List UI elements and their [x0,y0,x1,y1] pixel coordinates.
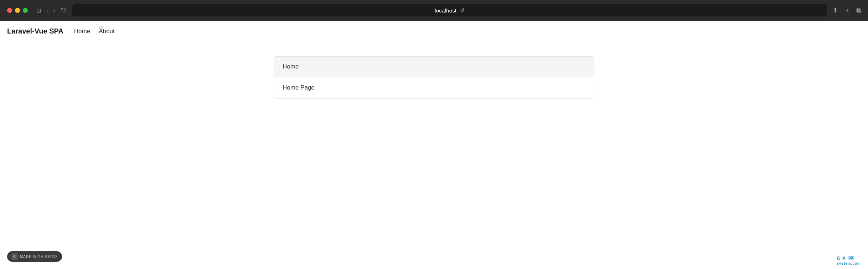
gxi-label: G X I网 [837,255,861,262]
watermark-label: MADE WITH GIFOX [20,255,58,259]
card-header-text: Home [283,63,299,70]
new-tab-icon[interactable]: + [845,7,849,14]
card-body-text: Home Page [283,84,315,91]
gxi-sub-label: system.com [837,262,861,265]
app-content: Laravel-Vue SPA Home ☞ About Home Home P… [0,21,868,269]
gxi-watermark: G X I网 system.com [837,255,861,265]
nav-links: Home ☞ About [74,28,115,35]
nav-home-link[interactable]: Home [74,28,90,35]
traffic-lights [7,8,28,13]
close-button[interactable] [7,8,12,13]
nav-about-link[interactable]: ☞ About [99,28,114,35]
reload-button[interactable]: ↺ [460,7,465,14]
app-brand: Laravel-Vue SPA [7,27,63,35]
shield-icon: 🛡 [61,7,67,14]
address-text: localhost [435,7,456,14]
gifox-icon: G [11,253,18,260]
minimize-button[interactable] [15,8,20,13]
card-body: Home Page [274,77,594,98]
sidebar-toggle-icon[interactable]: ⊡ [36,7,41,14]
back-arrow-icon[interactable]: ‹ [47,7,49,14]
browser-actions: ⬆ + ⧉ [833,6,861,14]
share-icon[interactable]: ⬆ [833,6,838,14]
app-navbar: Laravel-Vue SPA Home ☞ About [0,21,868,42]
maximize-button[interactable] [23,8,28,13]
browser-chrome: ⊡ ‹ › 🛡 localhost ↺ ⬆ + ⧉ [0,0,868,21]
nav-arrows: ‹ › [47,7,55,14]
main-content: Home Home Page [0,42,868,113]
forward-arrow-icon[interactable]: › [53,7,55,14]
address-bar[interactable]: localhost ↺ [72,4,827,16]
gifox-watermark: G MADE WITH GIFOX [7,251,62,262]
content-card: Home Home Page [274,56,594,99]
windows-icon[interactable]: ⧉ [856,7,861,14]
card-header: Home [274,57,594,77]
